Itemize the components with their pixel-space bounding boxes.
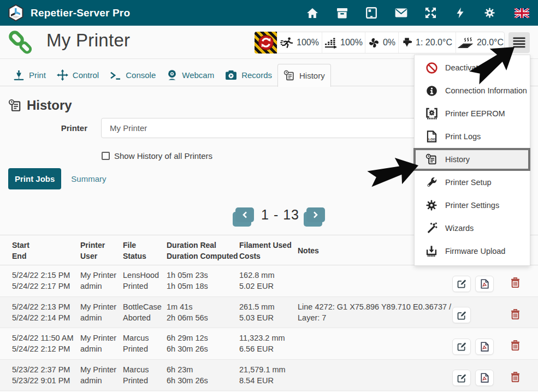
pdf-report-button[interactable] bbox=[475, 370, 494, 386]
delete-job-button[interactable] bbox=[510, 276, 521, 290]
emergency-stop-button[interactable] bbox=[255, 32, 277, 54]
pdf-report-button[interactable] bbox=[475, 338, 494, 355]
speed-value: 100% bbox=[297, 38, 319, 47]
expand-icon[interactable] bbox=[416, 7, 445, 19]
tab-records[interactable]: Records bbox=[220, 64, 277, 86]
svg-text:LOG: LOG bbox=[428, 137, 435, 141]
tab-webcam[interactable]: Webcam bbox=[161, 64, 220, 86]
edit-notes-button[interactable] bbox=[452, 276, 471, 292]
tab-control[interactable]: Control bbox=[51, 64, 104, 86]
tab-console-label: Console bbox=[126, 70, 156, 80]
app-title: Repetier-Server Pro bbox=[31, 7, 130, 19]
printer-user-cell: My Printeradmin bbox=[80, 270, 123, 296]
speed-status[interactable]: 100% bbox=[277, 32, 322, 53]
edit-notes-button[interactable] bbox=[452, 370, 471, 386]
tab-history[interactable]: History bbox=[277, 64, 331, 87]
gear-icon[interactable] bbox=[475, 7, 504, 19]
extruder-icon bbox=[402, 37, 412, 49]
menu-item-printer-eeprom[interactable]: Printer EEPROM bbox=[415, 102, 530, 125]
topbar: Repetier-Server Pro bbox=[0, 0, 538, 26]
file-status-cell: LensHoodPrinted bbox=[123, 270, 167, 296]
control-tab-icon bbox=[57, 69, 68, 81]
menu-item-printer-settings[interactable]: Printer Settings bbox=[415, 194, 530, 217]
trash-cell bbox=[500, 270, 538, 296]
tab-print[interactable]: Print bbox=[8, 64, 51, 86]
show-all-printers-label: Show History of all Printers bbox=[114, 151, 212, 161]
bolt-icon[interactable] bbox=[445, 7, 475, 19]
history-tab-icon bbox=[283, 70, 295, 81]
tablet-icon[interactable] bbox=[357, 7, 386, 19]
menu-item-print-logs[interactable]: LOG Print Logs bbox=[415, 125, 530, 148]
file-status-cell: MarcusPrinted bbox=[123, 364, 167, 391]
tab-webcam-label: Webcam bbox=[182, 70, 214, 80]
page-title-text: History bbox=[27, 98, 72, 113]
delete-job-button[interactable] bbox=[510, 308, 521, 322]
header-start-end: StartEnd bbox=[12, 240, 80, 265]
table-row: 5/24/22 11:50 AM5/24/22 2:12 PMMy Printe… bbox=[0, 328, 538, 360]
menu-item-printer-setup[interactable]: Printer Setup bbox=[415, 171, 530, 194]
mail-icon[interactable] bbox=[386, 8, 416, 17]
summary-button[interactable]: Summary bbox=[66, 174, 111, 183]
start-end-cell: 5/24/22 2:13 PM5/24/22 2:14 PM bbox=[12, 301, 80, 328]
pdf-report-button[interactable] bbox=[475, 276, 494, 292]
console-tab-icon bbox=[110, 70, 121, 80]
menu-item-firmware-upload[interactable]: Firmware Upload bbox=[415, 240, 530, 263]
file-status-cell: MarcusPrinted bbox=[123, 332, 167, 359]
filament-costs-cell: 11,323.2 mm6.56 EUR bbox=[239, 332, 298, 359]
menu-item-deactivate[interactable]: Deactivate bbox=[415, 56, 530, 79]
printer-name-title: My Printer bbox=[46, 30, 130, 51]
topbar-icons bbox=[298, 0, 538, 26]
box-icon[interactable] bbox=[327, 8, 357, 19]
duration-cell: 1h 05m 23s1h 05m 18s bbox=[167, 270, 239, 296]
tab-console[interactable]: Console bbox=[104, 64, 161, 86]
uk-flag-icon[interactable] bbox=[504, 8, 538, 18]
edit-pencil-icon bbox=[457, 342, 466, 351]
trash-icon bbox=[511, 309, 520, 319]
bed-status[interactable]: 20.0°C bbox=[456, 32, 504, 53]
bed-value: 20.0°C bbox=[477, 38, 504, 47]
pdf-file-icon bbox=[481, 279, 489, 289]
home-icon[interactable] bbox=[298, 8, 327, 19]
fan-status[interactable]: 0% bbox=[365, 32, 398, 53]
print-jobs-button[interactable]: Print Jobs bbox=[8, 168, 61, 189]
edit-notes-button[interactable] bbox=[452, 307, 471, 323]
gear-icon bbox=[424, 199, 439, 211]
tab-records-label: Records bbox=[241, 70, 272, 80]
previous-page-button[interactable] bbox=[235, 207, 254, 222]
notes-cell: Line 4272: G1 X75.896 Y89.710 E0.36737 /… bbox=[298, 301, 455, 328]
edit-pencil-icon bbox=[457, 311, 466, 320]
duration-cell: 6h 29m 12s6h 30m 26s bbox=[167, 332, 239, 359]
menu-item-label: Connection Information bbox=[445, 86, 527, 95]
menu-item-wizards[interactable]: Wizards bbox=[415, 217, 530, 240]
notes-cell bbox=[298, 364, 455, 391]
printer-select-label: Printer bbox=[0, 123, 87, 133]
flow-status[interactable]: 100% bbox=[322, 32, 365, 53]
delete-job-button[interactable] bbox=[510, 371, 521, 385]
menu-item-history[interactable]: History bbox=[413, 148, 530, 171]
trash-cell bbox=[500, 301, 538, 328]
row-actions bbox=[452, 271, 500, 296]
row-actions bbox=[452, 303, 500, 328]
next-page-button[interactable] bbox=[306, 207, 325, 222]
notes-cell bbox=[298, 270, 455, 296]
fan-icon bbox=[368, 37, 380, 49]
menu-item-label: Wizards bbox=[445, 224, 474, 233]
printer-menu-button[interactable] bbox=[509, 32, 530, 53]
wrench-icon bbox=[424, 176, 439, 188]
tab-print-label: Print bbox=[29, 70, 46, 80]
edit-pencil-icon bbox=[457, 373, 466, 383]
table-row: 5/24/22 2:15 PM5/24/22 2:17 PMMy Printer… bbox=[0, 265, 538, 297]
extruder-status[interactable]: 1: 20.0°C bbox=[398, 32, 456, 53]
menu-item-connection-information[interactable]: Connection Information bbox=[415, 79, 530, 102]
webcam-tab-icon bbox=[167, 69, 178, 81]
printer-user-cell: My Printeradmin bbox=[80, 332, 123, 359]
edit-notes-button[interactable] bbox=[452, 338, 471, 355]
delete-job-button[interactable] bbox=[510, 339, 521, 353]
chevron-left-icon bbox=[243, 211, 247, 218]
printer-connected-link-icon bbox=[9, 31, 34, 55]
show-all-printers-checkbox[interactable] bbox=[102, 152, 110, 160]
start-end-cell: 5/23/22 2:37 PM5/23/22 9:01 PM bbox=[12, 364, 80, 391]
header-file-status: FileStatus bbox=[123, 240, 167, 265]
pdf-file-icon bbox=[481, 373, 489, 383]
fan-value: 0% bbox=[383, 38, 395, 47]
